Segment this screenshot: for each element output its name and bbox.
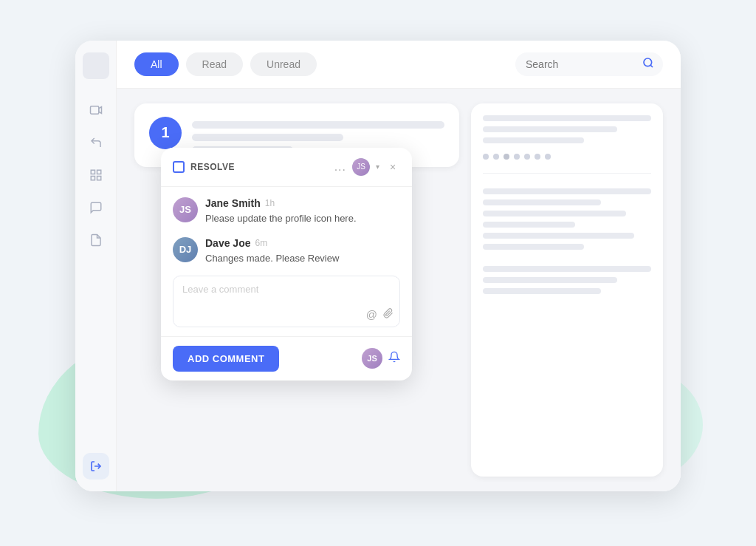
doc-line (483, 126, 617, 132)
sidebar-item-chat[interactable] (83, 194, 109, 221)
doc-line (483, 115, 651, 121)
doc-bars (483, 188, 651, 294)
svg-rect-4 (91, 176, 94, 180)
sidebar-item-video[interactable] (83, 97, 109, 123)
comment-text: Please update the profile icon here. (205, 212, 400, 225)
resolve-label: RESOLVE (190, 162, 329, 172)
comment-panel: RESOLVE ... JS ▾ × (161, 148, 412, 381)
doc-bar (483, 188, 651, 194)
svg-rect-2 (91, 170, 94, 174)
sidebar-item-grid[interactable] (83, 162, 109, 188)
comment-meta: Jane Smith 1h (205, 197, 400, 209)
doc-line (483, 137, 584, 143)
attach-icon[interactable] (383, 308, 394, 321)
doc-bar (483, 288, 601, 294)
svg-rect-5 (97, 176, 100, 180)
comment-body: Dave Joe 6m Changes made. Please Review (205, 237, 400, 265)
search-input[interactable] (526, 58, 636, 70)
jane-avatar: JS (173, 197, 198, 222)
chevron-down-icon: ▾ (376, 163, 379, 171)
svg-point-7 (644, 58, 652, 66)
footer-avatar: JS (362, 348, 382, 369)
comment-input-actions: @ (366, 308, 394, 321)
notify-icon[interactable] (388, 351, 400, 366)
doc-bar (483, 222, 575, 228)
filter-all-button[interactable]: All (134, 52, 179, 76)
doc-dots (483, 151, 651, 163)
sidebar (75, 41, 117, 491)
doc-bar (483, 199, 601, 205)
svg-marker-1 (98, 106, 101, 113)
doc-lines-top (483, 115, 651, 143)
sidebar-avatar (83, 52, 109, 79)
divider (483, 173, 651, 174)
more-options-button[interactable]: ... (334, 160, 346, 174)
comment-time: 6m (255, 238, 267, 248)
sidebar-item-reply[interactable] (83, 129, 109, 156)
doc-bar (483, 266, 651, 272)
mention-icon[interactable]: @ (366, 308, 377, 321)
filter-unread-button[interactable]: Unread (250, 52, 317, 76)
comment-author: Jane Smith (205, 197, 261, 209)
resolve-checkbox[interactable] (173, 161, 185, 173)
doc-bar (483, 277, 617, 283)
add-comment-button[interactable]: ADD COMMENT (173, 346, 279, 372)
sidebar-item-document[interactable] (83, 227, 109, 253)
spacer (483, 255, 651, 261)
dot (493, 154, 499, 160)
dot (535, 154, 540, 160)
comment-body: Jane Smith 1h Please update the profile … (205, 197, 400, 225)
comment-time: 1h (265, 198, 275, 208)
doc-bar (483, 244, 584, 250)
comment-meta: Dave Joe 6m (205, 237, 400, 249)
right-panel (471, 103, 663, 477)
doc-bar (483, 211, 626, 216)
comment-panel-header: RESOLVE ... JS ▾ × (161, 148, 412, 187)
comment-item: DJ Dave Joe 6m Changes made. Please Revi… (173, 237, 400, 265)
comment-text: Changes made. Please Review (205, 252, 400, 265)
notification-badge: 1 (149, 117, 182, 149)
doc-bar (483, 233, 634, 239)
dave-avatar: DJ (173, 237, 198, 262)
notif-line-2 (192, 134, 343, 141)
comment-item: JS Jane Smith 1h Please update the profi… (173, 197, 400, 225)
search-icon (642, 57, 654, 72)
user-avatar-header: JS (352, 158, 370, 176)
comment-footer: ADD COMMENT JS (161, 336, 412, 381)
page-content: 1 (117, 89, 681, 491)
footer-right: JS (362, 348, 400, 369)
dot (514, 154, 520, 160)
notif-line-1 (192, 121, 444, 129)
dot (524, 154, 530, 160)
comment-thread: JS Jane Smith 1h Please update the profi… (161, 187, 412, 276)
search-bar (515, 52, 663, 76)
comment-input-placeholder: Leave a comment (182, 284, 391, 295)
comment-author: Dave Joe (205, 237, 250, 249)
comment-input-area[interactable]: Leave a comment @ (173, 276, 400, 327)
content-area: All Read Unread (117, 41, 681, 491)
main-card: All Read Unread (75, 41, 681, 491)
filter-read-button[interactable]: Read (186, 52, 243, 76)
svg-line-8 (650, 65, 653, 67)
svg-rect-0 (90, 106, 98, 114)
dot (545, 154, 551, 160)
header-actions: ... JS ▾ × (334, 158, 400, 176)
sidebar-exit-button[interactable] (83, 453, 109, 480)
svg-rect-3 (97, 170, 100, 174)
close-button[interactable]: × (385, 160, 400, 174)
dot (504, 154, 509, 160)
dot (483, 154, 489, 160)
top-bar: All Read Unread (117, 41, 681, 89)
